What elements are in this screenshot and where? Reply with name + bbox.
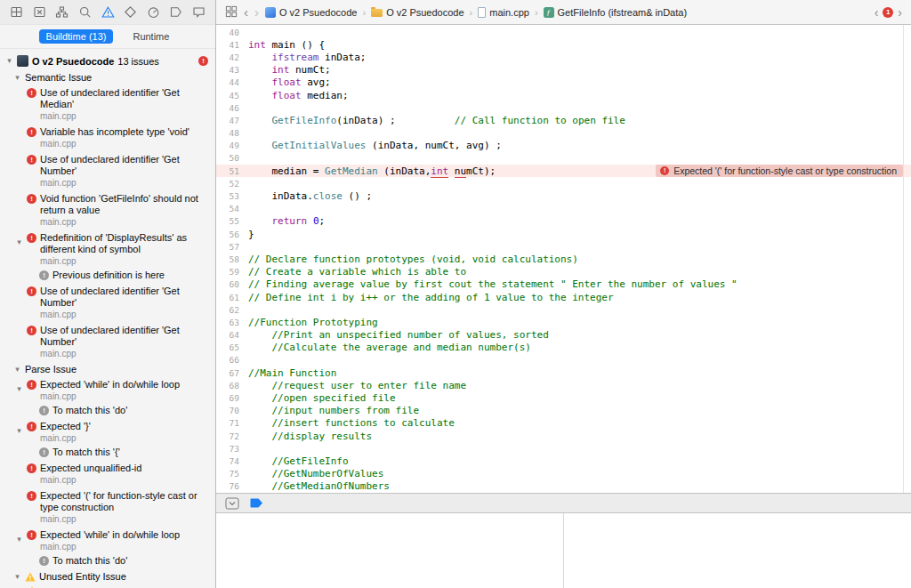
issue-subitem[interactable]: !Previous definition is here	[0, 269, 215, 283]
line-number[interactable]: 57	[216, 242, 248, 252]
code-text[interactable]: float avg;	[248, 77, 331, 88]
line-number[interactable]: 59	[216, 267, 248, 277]
code-text[interactable]: //open specified file	[248, 392, 396, 404]
line-number[interactable]: 74	[216, 456, 248, 466]
issue-item[interactable]	[0, 584, 215, 588]
sidebar-tab-buildtime[interactable]: Buildtime (13)	[39, 29, 114, 44]
line-number[interactable]: 51	[216, 166, 248, 176]
issue-subitem[interactable]: !To match this 'do'	[0, 404, 215, 418]
line-number[interactable]: 63	[216, 318, 248, 327]
issue-item[interactable]: !Use of undeclared identifier 'Get Media…	[0, 85, 215, 124]
line-number[interactable]: 60	[216, 279, 248, 289]
disclosure-triangle[interactable]: ▾	[13, 572, 21, 582]
project-navigator-icon[interactable]	[10, 5, 23, 19]
disclosure-triangle[interactable]: ▾	[13, 73, 21, 83]
issue-item[interactable]: !Use of undeclared identifier 'Get Numbe…	[0, 283, 215, 322]
issue-item[interactable]: !Expected unqualified-idmain.cpp	[0, 460, 215, 487]
issue-item[interactable]: ▾!Expected 'while' in do/while loopmain.…	[0, 527, 215, 554]
back-button[interactable]: ‹	[244, 5, 248, 19]
line-number[interactable]: 46	[216, 103, 248, 113]
line-number[interactable]: 56	[216, 230, 248, 239]
issue-subitem[interactable]: !To match this 'do'	[0, 554, 215, 568]
line-number[interactable]: 50	[216, 153, 248, 163]
code-text[interactable]: //GetFileInfo	[248, 455, 349, 467]
issue-navigator-icon[interactable]	[101, 5, 115, 19]
issue-item[interactable]: ▾!Expected '}'main.cpp	[0, 418, 215, 446]
issue-group-unused-entity-issue[interactable]: ▾Unused Entity Issue	[0, 568, 215, 584]
code-text[interactable]: ifstream inData;	[248, 52, 366, 63]
line-number[interactable]: 69	[216, 393, 248, 403]
line-number[interactable]: 43	[216, 65, 248, 75]
line-number[interactable]: 52	[216, 179, 248, 189]
line-number[interactable]: 67	[216, 368, 248, 378]
source-control-navigator-icon[interactable]	[33, 5, 46, 19]
inline-error-annotation[interactable]: !Expected '(' for function-style cast or…	[656, 165, 903, 177]
code-text[interactable]: //input numbers from file	[248, 405, 419, 416]
code-text[interactable]: GetInitialValues (inData, numCt, avg) ;	[248, 140, 502, 151]
line-number[interactable]: 64	[216, 330, 248, 340]
code-text[interactable]: median = GetMedian (inData,int numCt);	[248, 165, 496, 177]
code-text[interactable]: //insert functions to calculate	[248, 417, 455, 429]
line-number[interactable]: 62	[216, 305, 248, 315]
test-navigator-icon[interactable]	[124, 5, 137, 19]
line-number[interactable]: 76	[216, 481, 248, 491]
disclosure-triangle[interactable]: ▾	[17, 238, 21, 246]
issue-subitem[interactable]: !To match this '{'	[0, 446, 215, 460]
line-number[interactable]: 71	[216, 418, 248, 428]
issue-item[interactable]: !Use of undeclared identifier 'Get Numbe…	[0, 151, 215, 190]
line-number[interactable]: 54	[216, 204, 248, 213]
line-number[interactable]: 55	[216, 216, 248, 226]
code-text[interactable]: //request user to enter file name	[248, 380, 466, 391]
line-number[interactable]: 58	[216, 254, 248, 264]
symbol-navigator-icon[interactable]	[55, 5, 69, 19]
line-number[interactable]: 61	[216, 293, 248, 302]
find-navigator-icon[interactable]	[78, 5, 92, 19]
code-text[interactable]: // Create a variable which is able to	[248, 266, 466, 278]
issue-item[interactable]: !Void function 'GetFileInfo' should not …	[0, 190, 215, 230]
code-text[interactable]: //GetMedianOfNumbers	[248, 480, 390, 492]
code-text[interactable]: return 0;	[248, 215, 325, 227]
console-view[interactable]	[563, 513, 911, 588]
line-number[interactable]: 44	[216, 77, 248, 87]
disclosure-triangle[interactable]: ▾	[13, 365, 21, 375]
line-number[interactable]: 47	[216, 116, 248, 125]
line-number[interactable]: 42	[216, 52, 248, 62]
code-text[interactable]: GetFileInfo(inData) ; // Call function t…	[248, 115, 625, 126]
disclosure-triangle[interactable]: ▾	[5, 56, 13, 66]
line-number[interactable]: 45	[216, 91, 248, 101]
code-text[interactable]: //Calculate the average and median numbe…	[248, 342, 531, 353]
scrollbar-track[interactable]	[903, 25, 904, 493]
project-row[interactable]: ▾ O v2 Psuedocode 13 issues !	[0, 52, 215, 69]
line-number[interactable]: 72	[216, 431, 248, 441]
code-text[interactable]: //display results	[248, 431, 372, 442]
code-text[interactable]: // Finding average value by first cout t…	[248, 278, 738, 290]
line-number[interactable]: 48	[216, 128, 248, 138]
forward-button[interactable]: ›	[254, 5, 259, 19]
line-number[interactable]: 65	[216, 342, 248, 352]
previous-issue-button[interactable]: ‹	[875, 6, 879, 19]
report-navigator-icon[interactable]	[192, 5, 206, 19]
code-text[interactable]: //Main Function	[248, 367, 336, 379]
issue-item[interactable]: !Use of undeclared identifier 'Get Numbe…	[0, 322, 215, 361]
breadcrumb-item-file[interactable]: main.cpp	[478, 7, 529, 18]
line-number[interactable]: 40	[216, 28, 248, 37]
related-items-icon[interactable]	[225, 5, 238, 20]
line-number[interactable]: 53	[216, 191, 248, 201]
breakpoint-navigator-icon[interactable]	[169, 5, 182, 19]
line-number[interactable]: 70	[216, 406, 248, 415]
code-text[interactable]: //Print an unspecified number of values,…	[248, 329, 549, 341]
code-text[interactable]: //GetNumberOfValues	[248, 468, 383, 479]
next-issue-button[interactable]: ›	[898, 6, 902, 19]
line-number[interactable]: 66	[216, 355, 248, 365]
line-number[interactable]: 41	[216, 40, 248, 50]
issue-item[interactable]: !Variable has incomplete type 'void'main…	[0, 124, 215, 151]
code-text[interactable]: // Define int i by i++ or the adding of …	[248, 292, 614, 303]
variables-view[interactable]	[216, 513, 563, 588]
code-text[interactable]: inData.close () ;	[248, 190, 372, 202]
issue-item[interactable]: ▾!Expected 'while' in do/while loopmain.…	[0, 376, 215, 404]
breadcrumb-item-folder[interactable]: O v2 Psuedocode	[371, 7, 464, 18]
code-text[interactable]: // Declare function prototypes (void, vo…	[248, 254, 578, 265]
issue-group-parse-issue[interactable]: ▾Parse Issue	[0, 361, 215, 376]
issue-group-semantic-issue[interactable]: ▾Semantic Issue	[0, 69, 215, 85]
toggle-debug-area-icon[interactable]	[225, 497, 239, 510]
